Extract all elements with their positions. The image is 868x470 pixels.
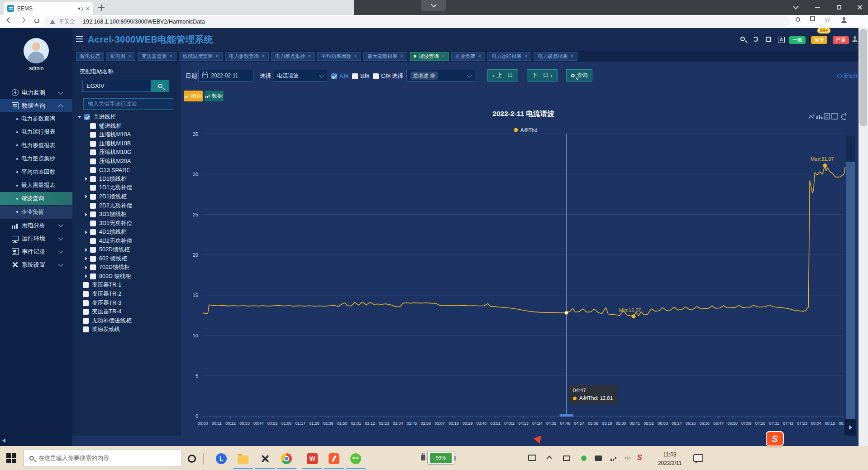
tree-node-802D 馈线柜[interactable]: 802D 馈线柜 <box>85 272 131 281</box>
tree-caret-icon[interactable] <box>85 177 87 181</box>
tab-close-icon[interactable]: × <box>86 5 90 12</box>
tree-caret-icon[interactable] <box>85 195 87 198</box>
workspace-tab-最大需量报表[interactable]: 最大需量报表 <box>363 52 407 61</box>
taskbar-clock[interactable]: 11:03 2022/2/11 <box>653 451 687 467</box>
tree-checkbox[interactable] <box>90 132 96 138</box>
window-maximize-button[interactable] <box>835 3 844 12</box>
inner-vertical-scrollbar[interactable] <box>846 136 855 436</box>
close-tab-icon[interactable] <box>169 53 172 59</box>
tree-checkbox[interactable] <box>90 158 96 164</box>
tree-node-变压器TR-2[interactable]: 变压器TR-2 <box>78 290 121 299</box>
browser-tab[interactable]: EEMS × <box>4 2 93 15</box>
tree-checkbox[interactable] <box>90 238 96 244</box>
phase-checkbox-B相[interactable]: B相 <box>352 72 370 80</box>
tree-node-502D馈线柜[interactable]: 502D馈线柜 <box>85 245 129 254</box>
workspace-tab-配电状态[interactable]: 配电状态 <box>76 52 104 61</box>
sidebar-item-电力参数查询[interactable]: 电力参数查询 <box>0 112 72 125</box>
tree-checkbox[interactable] <box>83 309 89 315</box>
tray-tablet-icon[interactable] <box>528 455 536 461</box>
workspace-tab-电力参数查询[interactable]: 电力参数查询 <box>225 52 269 61</box>
tree-node-1D1无功补偿[interactable]: 1D1无功补偿 <box>85 183 132 192</box>
tree-checkbox[interactable] <box>90 203 96 209</box>
station-input[interactable]: EGXIV <box>82 80 151 92</box>
profile-icon[interactable] <box>841 17 847 24</box>
zoom-icon[interactable] <box>796 17 800 22</box>
address-bar[interactable]: 不安全 192.168.1.100:8090/3000WEBV2/Harmoni… <box>44 16 790 27</box>
tree-caret-icon[interactable] <box>85 213 87 216</box>
tree-node-压缩机M10A[interactable]: 压缩机M10A <box>85 130 131 139</box>
sidebar-group-运行环境[interactable]: 运行环境 <box>0 232 72 245</box>
taskbar-app-l[interactable] <box>215 453 227 465</box>
close-tab-icon[interactable] <box>262 53 265 59</box>
tray-mail-icon[interactable] <box>563 455 570 461</box>
tree-filter-input[interactable]: 输入关键字进行过滤 <box>83 98 173 110</box>
scroll-right-button[interactable] <box>844 419 856 436</box>
taskbar-app-opera[interactable] <box>186 453 198 465</box>
tab-audio-icon[interactable] <box>77 6 83 11</box>
tree-node-602 馈线柜[interactable]: 602 馈线柜 <box>85 254 127 263</box>
sidebar-group-系统设置[interactable]: 系统设置 <box>0 258 72 271</box>
avatar[interactable] <box>24 38 49 63</box>
tree-checkbox[interactable] <box>90 176 96 182</box>
scroll-left-button[interactable] <box>0 436 8 446</box>
sidebar-group-用电分析[interactable]: 用电分析 <box>0 219 72 232</box>
tree-checkbox[interactable] <box>90 167 96 173</box>
close-tab-icon[interactable] <box>442 53 445 59</box>
share-icon[interactable] <box>810 16 815 21</box>
sidebar-group-电力监测[interactable]: 电力监测 <box>0 86 72 99</box>
header-search-icon[interactable] <box>740 37 748 44</box>
close-tab-icon[interactable] <box>570 53 573 59</box>
tree-checkbox[interactable] <box>90 256 96 262</box>
checkbox[interactable] <box>352 73 358 79</box>
tree-node-2D2无功补偿[interactable]: 2D2无功补偿 <box>85 201 132 210</box>
sidebar-item-电力整点集抄[interactable]: 电力整点集抄 <box>0 152 72 165</box>
close-tab-icon[interactable] <box>354 53 357 59</box>
tree-node-702D馈线柜[interactable]: 702D馈线柜 <box>85 263 129 272</box>
harmonic-type-select[interactable]: 电流谐波 <box>273 70 327 82</box>
forward-button[interactable] <box>21 18 27 24</box>
new-tab-button[interactable] <box>98 4 105 11</box>
checkbox[interactable] <box>331 73 337 79</box>
chart-view-button[interactable]: 图表 <box>184 91 203 101</box>
tray-status-icon[interactable] <box>581 455 587 461</box>
workspace-tab-企业负荷[interactable]: 企业负荷 <box>451 52 485 61</box>
workspace-tab-电力极值报表[interactable]: 电力极值报表 <box>534 52 577 61</box>
workspace-tab-平均功率因数[interactable]: 平均功率因数 <box>317 52 361 61</box>
sidebar-item-最大需量报表[interactable]: 最大需量报表 <box>0 179 72 192</box>
taskbar-app-wechat[interactable] <box>350 453 362 465</box>
sidebar-item-谐波查询[interactable]: 谐波查询 <box>0 192 72 205</box>
data-view-button[interactable]: 数据 <box>205 91 224 101</box>
tray-network-icon[interactable] <box>610 455 617 461</box>
language-icon[interactable]: A <box>778 37 785 44</box>
window-close-button[interactable] <box>855 3 864 12</box>
alarm-critical-button[interactable]: 严重 <box>833 36 849 44</box>
sidebar-group-数据查询[interactable]: 数据查询 <box>0 99 72 112</box>
workspace-tab-谐波查询[interactable]: 谐波查询 <box>410 52 449 61</box>
taskbar-app-wps[interactable] <box>306 453 318 465</box>
close-tab-icon[interactable] <box>478 53 481 59</box>
sidebar-item-电力运行报表[interactable]: 电力运行报表 <box>0 125 72 139</box>
tree-node-3D1馈线柜[interactable]: 3D1馈线柜 <box>85 210 126 219</box>
phase-checkbox-A相[interactable]: A相 <box>331 72 349 80</box>
inner-scrollbar-thumb[interactable] <box>846 136 855 162</box>
tree-caret-icon[interactable] <box>85 257 87 260</box>
date-input[interactable]: 2022-02-11 <box>198 70 253 82</box>
sidebar-item-平均功率因数[interactable]: 平均功率因数 <box>0 166 72 179</box>
window-minimize-button[interactable] <box>813 3 822 12</box>
tree-node-柴油发动机[interactable]: 柴油发动机 <box>78 325 120 334</box>
workspace-tab-电力运行报表[interactable]: 电力运行报表 <box>487 52 531 61</box>
tree-node-1D1馈线柜[interactable]: 1D1馈线柜 <box>85 174 126 183</box>
tray-ime-indicator[interactable]: 中 <box>625 455 631 463</box>
tree-checkbox[interactable] <box>90 123 96 129</box>
tree-caret-icon[interactable] <box>78 116 81 118</box>
tree-checkbox[interactable] <box>90 264 96 270</box>
notification-icon[interactable] <box>693 454 703 462</box>
taskbar-app-explorer[interactable] <box>237 453 249 465</box>
tree-checkbox[interactable] <box>83 300 89 306</box>
header-refresh-icon[interactable] <box>753 37 760 44</box>
checkbox[interactable] <box>373 73 379 79</box>
tree-checkbox[interactable] <box>90 247 96 253</box>
bookmark-star-icon[interactable]: ☆ <box>825 16 830 24</box>
taskbar-app-chrome[interactable] <box>281 453 292 465</box>
harmonic-line-chart[interactable]: 2022-2-11 电流谐波A相Thd0510152025303500:0000… <box>181 104 846 444</box>
